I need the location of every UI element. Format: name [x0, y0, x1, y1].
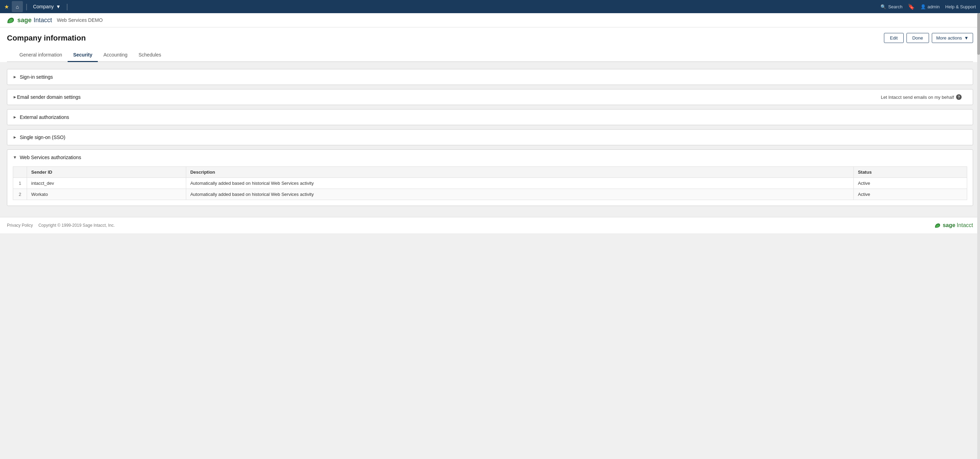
email-helper-text: Let Intacct send emails on my behalf ? [81, 94, 967, 100]
row-sender-id: Workato [27, 189, 186, 200]
header-actions: Edit Done More actions ▼ [884, 33, 973, 43]
sage-brand-name: sage [18, 17, 32, 24]
edit-button[interactable]: Edit [884, 33, 904, 43]
main-content: ► Sign-in settings ► Email sender domain… [0, 62, 980, 217]
top-nav-right: 🔍 Search 🔖 👤 admin Help & Support [880, 3, 976, 10]
sso-title: Single sign-on (SSO) [20, 135, 65, 140]
page-footer: Privacy Policy Copyright © 1999-2019 Sag… [0, 217, 980, 233]
tabs-bar: General information Security Accounting … [7, 49, 973, 62]
row-num: 2 [13, 189, 27, 200]
chevron-right-icon: ► [13, 95, 17, 100]
search-button[interactable]: 🔍 Search [880, 4, 902, 10]
privacy-policy-link[interactable]: Privacy Policy [7, 223, 33, 228]
sign-in-settings-title: Sign-in settings [20, 74, 53, 80]
external-auth-section: ► External authorizations [7, 109, 973, 125]
copyright-text: Copyright © 1999-2019 Sage Intacct, Inc. [38, 223, 115, 228]
admin-user-link[interactable]: 👤 admin [920, 4, 939, 10]
footer-left: Privacy Policy Copyright © 1999-2019 Sag… [7, 223, 115, 228]
nav-divider-2: | [66, 3, 68, 11]
company-nav-label: Company [33, 4, 54, 10]
footer-intacct-text: Intacct [957, 222, 973, 229]
row-num: 1 [13, 178, 27, 189]
col-sender-id-header: Sender ID [27, 167, 186, 178]
scrollbar[interactable] [977, 13, 980, 233]
app-subtitle: Web Services DEMO [57, 17, 103, 23]
intacct-brand-name: Intacct [33, 17, 52, 24]
row-description: Automatically added based on historical … [186, 189, 853, 200]
web-services-toggle[interactable]: ▼ Web Services authorizations [7, 150, 973, 165]
tab-schedules[interactable]: Schedules [133, 49, 167, 62]
table-row: 1 intacct_dev Automatically added based … [13, 178, 967, 189]
company-nav-item[interactable]: Company ▼ [30, 2, 64, 11]
sign-in-settings-section: ► Sign-in settings [7, 69, 973, 85]
sage-leaf-icon [6, 15, 15, 25]
sign-in-settings-toggle[interactable]: ► Sign-in settings [7, 69, 973, 84]
app-logo: sage Intacct Web Services DEMO [6, 15, 103, 25]
help-circle-icon[interactable]: ? [956, 94, 962, 100]
page-header-row: Company information Edit Done More actio… [7, 33, 973, 43]
external-auth-title: External authorizations [20, 114, 69, 120]
email-sender-header-row: ► Email sender domain settings Let Intac… [13, 94, 967, 100]
done-button[interactable]: Done [907, 33, 929, 43]
sso-section: ► Single sign-on (SSO) [7, 129, 973, 145]
nav-divider: | [25, 3, 27, 11]
sso-toggle[interactable]: ► Single sign-on (SSO) [7, 130, 973, 145]
scrollbar-thumb[interactable] [977, 13, 980, 55]
email-sender-section: ► Email sender domain settings Let Intac… [7, 89, 973, 105]
web-services-body: Sender ID Description Status 1 intacct_d… [7, 167, 973, 206]
search-icon: 🔍 [880, 4, 886, 10]
top-nav-bar: ★ ⌂ | Company ▼ | 🔍 Search 🔖 👤 admin Hel… [0, 0, 980, 13]
col-status-header: Status [853, 167, 967, 178]
page-header: Company information Edit Done More actio… [0, 27, 980, 62]
chevron-down-icon: ▼ [56, 4, 61, 10]
col-description-header: Description [186, 167, 853, 178]
help-support-link[interactable]: Help & Support [945, 4, 976, 10]
row-status: Active [853, 189, 967, 200]
row-description: Automatically added based on historical … [186, 178, 853, 189]
top-nav-left: ★ ⌂ | Company ▼ | [4, 1, 68, 12]
row-status: Active [853, 178, 967, 189]
web-services-title: Web Services authorizations [20, 155, 81, 160]
web-services-section: ▼ Web Services authorizations Sender ID … [7, 149, 973, 206]
more-actions-button[interactable]: More actions ▼ [932, 33, 973, 43]
home-button[interactable]: ⌂ [12, 1, 23, 12]
footer-logo: sage Intacct [934, 222, 973, 229]
chevron-right-icon: ► [13, 75, 17, 79]
chevron-down-icon: ▼ [13, 155, 17, 160]
tab-accounting[interactable]: Accounting [98, 49, 133, 62]
footer-sage-leaf-icon [934, 222, 941, 229]
app-header: sage Intacct Web Services DEMO [0, 13, 980, 27]
web-services-table: Sender ID Description Status 1 intacct_d… [13, 167, 967, 200]
chevron-down-icon: ▼ [964, 35, 969, 41]
email-sender-toggle[interactable]: ► Email sender domain settings Let Intac… [7, 89, 973, 105]
tab-general-information[interactable]: General information [14, 49, 68, 62]
user-icon: 👤 [920, 4, 926, 10]
footer-sage-text: sage [943, 222, 955, 229]
favorites-icon[interactable]: ★ [4, 3, 9, 10]
chevron-right-icon: ► [13, 135, 17, 140]
external-auth-toggle[interactable]: ► External authorizations [7, 110, 973, 125]
row-sender-id: intacct_dev [27, 178, 186, 189]
table-row: 2 Workato Automatically added based on h… [13, 189, 967, 200]
chevron-right-icon: ► [13, 115, 17, 120]
page-title: Company information [7, 33, 86, 43]
col-num-header [13, 167, 27, 178]
tab-security[interactable]: Security [68, 49, 98, 62]
bookmark-icon[interactable]: 🔖 [908, 3, 915, 10]
email-sender-title: Email sender domain settings [17, 94, 81, 100]
